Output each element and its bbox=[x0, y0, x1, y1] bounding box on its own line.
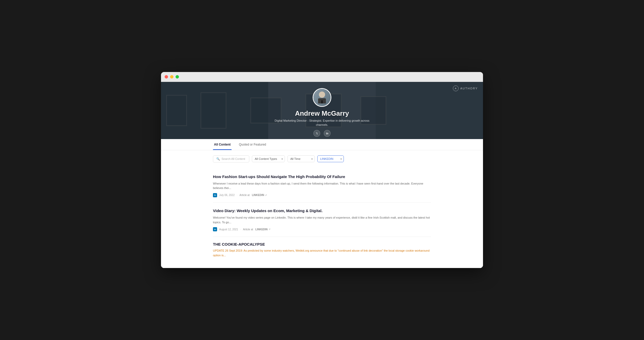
authory-logo: A AUTHORY bbox=[453, 86, 478, 91]
person-tie bbox=[321, 100, 323, 103]
hero-name: Andrew McGarry bbox=[295, 109, 349, 117]
article-meta-2: in August 12, 2021 · Article at LINKEDIN… bbox=[213, 227, 431, 231]
hero-section: A AUTHORY An bbox=[161, 82, 483, 139]
avatar bbox=[313, 88, 331, 107]
browser-body: A AUTHORY An bbox=[161, 82, 483, 268]
tab-all-content[interactable]: All Content bbox=[213, 139, 232, 150]
article-title-2[interactable]: Video Diary: Weekly Updates on Ecom, Mar… bbox=[213, 208, 431, 213]
hero-social: 𝕏 in bbox=[313, 130, 331, 137]
person-body bbox=[318, 98, 326, 103]
article-date-1: July 06, 2022 bbox=[219, 194, 235, 197]
article-platform-icon-1: in bbox=[213, 193, 217, 197]
article-excerpt-2: Welcome! You've found my video series pa… bbox=[213, 215, 431, 225]
authory-logo-letter: A bbox=[455, 87, 457, 90]
traffic-light-red[interactable] bbox=[165, 75, 168, 79]
tab-bar: All Content Quoted or Featured bbox=[161, 139, 483, 150]
traffic-light-green[interactable] bbox=[176, 75, 179, 79]
time-select-wrapper: All TimeLast 7 DaysLast 30 DaysLast Year bbox=[287, 155, 315, 162]
social-icon-linkedin[interactable]: in bbox=[324, 130, 331, 137]
content-area: 🔍 Search All Content All Content TypesAr… bbox=[161, 150, 483, 268]
filter-bar: 🔍 Search All Content All Content TypesAr… bbox=[213, 155, 431, 162]
article-excerpt-1: Whenever I receive a lead these days fro… bbox=[213, 181, 431, 191]
article-item-1: How Fashion Start-ups Should Navigate Th… bbox=[213, 169, 431, 203]
search-placeholder: Search All Content bbox=[222, 157, 245, 160]
external-icon-2: ↗ bbox=[269, 228, 271, 231]
article-item-2: Video Diary: Weekly Updates on Ecom, Mar… bbox=[213, 203, 431, 237]
article-meta-1: in July 06, 2022 · Article at LINKEDIN ↗ bbox=[213, 193, 431, 197]
search-box[interactable]: 🔍 Search All Content bbox=[213, 155, 249, 162]
hero-content: Andrew McGarry Digital Marketing Directo… bbox=[161, 82, 483, 139]
separator-2: · bbox=[240, 228, 241, 231]
article-source-link-2[interactable]: Article at LINKEDIN ↗ bbox=[243, 228, 271, 231]
content-type-select-wrapper: All Content TypesArticlesPostsVideos bbox=[252, 155, 285, 162]
traffic-light-yellow[interactable] bbox=[170, 75, 173, 79]
search-icon: 🔍 bbox=[216, 157, 220, 161]
tab-quoted-featured[interactable]: Quoted or Featured bbox=[238, 139, 267, 150]
external-icon-1: ↗ bbox=[265, 194, 267, 197]
time-select[interactable]: All TimeLast 7 DaysLast 30 DaysLast Year bbox=[287, 155, 315, 162]
article-platform-icon-2: in bbox=[213, 227, 217, 231]
browser-chrome bbox=[161, 72, 483, 82]
browser-window: A AUTHORY An bbox=[161, 72, 483, 268]
article-title-3[interactable]: THE COOKIE-APOCALYPSE bbox=[213, 242, 431, 246]
article-item-3: THE COOKIE-APOCALYPSE UPDATE 26 Sept 201… bbox=[213, 237, 431, 263]
platform-select[interactable]: All PlatformsLINKEDINTWITTERMEDIUM bbox=[317, 155, 344, 162]
article-source-link-1[interactable]: Article at LINKEDIN ↗ bbox=[239, 194, 267, 197]
person-silhouette bbox=[318, 91, 326, 103]
social-icon-twitter[interactable]: 𝕏 bbox=[313, 130, 320, 137]
authory-logo-text: AUTHORY bbox=[460, 87, 478, 90]
authory-logo-circle: A bbox=[453, 86, 459, 91]
hero-subtitle: Digital Marketing Director - Strategist.… bbox=[270, 119, 374, 127]
article-excerpt-3: UPDATE 26 Sept 2019: As predicted by som… bbox=[213, 249, 431, 258]
content-type-select[interactable]: All Content TypesArticlesPostsVideos bbox=[252, 155, 285, 162]
platform-select-wrapper: All PlatformsLINKEDINTWITTERMEDIUM bbox=[317, 155, 344, 162]
separator-1: · bbox=[237, 194, 238, 197]
person-head bbox=[319, 91, 325, 98]
article-date-2: August 12, 2021 bbox=[219, 228, 238, 231]
avatar-image bbox=[313, 89, 331, 106]
article-title-1[interactable]: How Fashion Start-ups Should Navigate Th… bbox=[213, 174, 431, 179]
